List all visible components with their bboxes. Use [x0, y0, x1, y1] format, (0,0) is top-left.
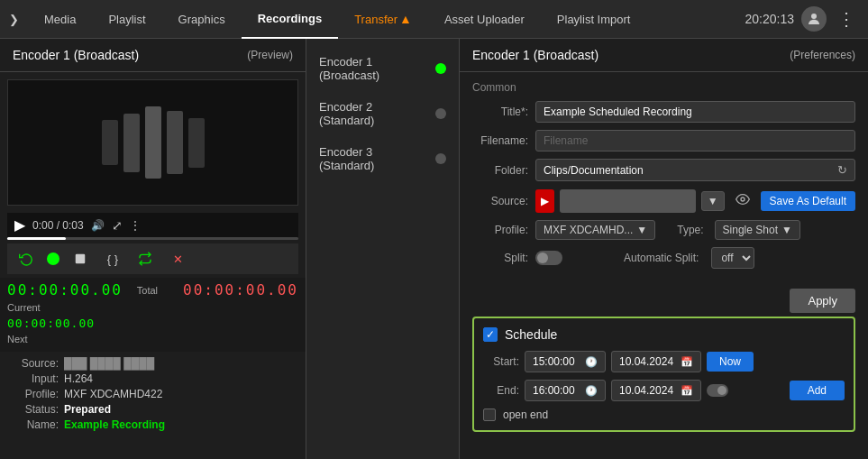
- schedule-start-row: Start: 15:00:00 🕐 10.04.2024 📅 Now: [483, 351, 845, 372]
- loop-button[interactable]: [133, 247, 157, 271]
- filename-label: Filename:: [472, 134, 528, 147]
- start-time-clock-icon[interactable]: 🕐: [585, 356, 598, 368]
- stripe-2: [123, 114, 140, 172]
- schedule-bottom: open end: [483, 409, 845, 421]
- start-date-calendar-icon[interactable]: 📅: [681, 356, 693, 368]
- type-select[interactable]: Single Shot ▼: [715, 220, 800, 240]
- start-date-input[interactable]: 10.04.2024 📅: [611, 351, 701, 372]
- close-button[interactable]: ✕: [166, 247, 189, 271]
- source-dropdown[interactable]: ▼: [701, 191, 725, 211]
- end-toggle[interactable]: [707, 384, 728, 397]
- nav-chevron[interactable]: ❯: [0, 0, 28, 39]
- apply-button[interactable]: Apply: [790, 289, 855, 313]
- split-toggle[interactable]: [535, 251, 562, 265]
- title-label: Title*:: [472, 106, 528, 118]
- source-play-button[interactable]: ▶: [535, 189, 554, 213]
- profile-select[interactable]: MXF XDCAMHD... ▼: [535, 220, 655, 240]
- open-end-label: open end: [503, 409, 548, 421]
- folder-row: Folder: Clips/Documentation ↻: [472, 159, 855, 181]
- filename-input[interactable]: [535, 130, 855, 151]
- stripe-4: [167, 111, 183, 174]
- left-panel-header: Encoder 1 (Broadcast) (Preview): [0, 39, 306, 72]
- add-button[interactable]: Add: [790, 381, 845, 400]
- nav-media[interactable]: Media: [28, 0, 92, 39]
- schedule-title: Schedule: [505, 327, 557, 342]
- folder-input[interactable]: Clips/Documentation ↻: [535, 159, 855, 181]
- svg-rect-1: [76, 254, 86, 264]
- save-default-button[interactable]: Save As Default: [761, 191, 855, 211]
- video-progress-fill: [7, 237, 66, 240]
- schedule-checkbox[interactable]: ✓: [483, 327, 498, 342]
- nav-playlist-import[interactable]: Playlist Import: [541, 0, 647, 39]
- main-content: Encoder 1 (Broadcast) (Preview) ▶ 0:00 /…: [0, 39, 868, 459]
- video-progress-bar[interactable]: [7, 237, 298, 240]
- source-row: Source: ▶ ▼ Save As Default: [472, 188, 855, 213]
- status-val: Prepared: [64, 403, 111, 416]
- end-time-clock-icon[interactable]: 🕐: [585, 385, 598, 397]
- source-val: ███ ████ ████: [64, 357, 154, 370]
- folder-label: Folder:: [472, 164, 528, 177]
- encoder-2-status: [435, 108, 446, 119]
- eye-icon[interactable]: [732, 188, 754, 213]
- auto-split-select[interactable]: off: [711, 247, 754, 269]
- open-end-checkbox[interactable]: [483, 409, 496, 421]
- profile-row: Profile: MXF XDCAMHD... ▼ Type: Single S…: [472, 220, 855, 240]
- profile-key: Profile:: [9, 388, 59, 400]
- record-indicator[interactable]: [47, 252, 59, 265]
- schedule-end-row: End: 16:00:00 🕐 10.04.2024 📅 Add: [483, 380, 845, 401]
- now-button[interactable]: Now: [707, 352, 754, 372]
- end-label: End:: [483, 384, 519, 397]
- nav-recordings[interactable]: Recordings: [242, 0, 339, 39]
- encoder-1-status: [435, 63, 446, 74]
- type-val: Single Shot: [723, 224, 778, 236]
- clock-display: 20:20:13: [745, 12, 795, 26]
- topnav: ❯ Media Playlist Graphics Recordings Tra…: [0, 0, 868, 39]
- right-panel-title: Encoder 1 (Broadcast): [472, 48, 598, 62]
- tc-current-row: 00:00:00.00 Total 00:00:00.00: [7, 281, 298, 298]
- schedule-section: ✓ Schedule Start: 15:00:00 🕐 10.04.2024 …: [472, 317, 855, 432]
- code-button[interactable]: { }: [101, 247, 124, 271]
- source-key: Source:: [9, 357, 59, 370]
- end-date-calendar-icon[interactable]: 📅: [681, 385, 693, 397]
- user-avatar[interactable]: [801, 6, 827, 32]
- filename-row: Filename:: [472, 130, 855, 151]
- fullscreen-button[interactable]: ⤢: [112, 218, 123, 233]
- tc-current-label-row: Current: [7, 302, 298, 313]
- end-date-val: 10.04.2024: [619, 384, 673, 397]
- encoder-item-1[interactable]: Encoder 1 (Broadcast): [306, 46, 459, 91]
- start-time-input[interactable]: 15:00:00 🕐: [525, 351, 606, 372]
- end-date-input[interactable]: 10.04.2024 📅: [611, 380, 701, 401]
- left-panel-subtitle: (Preview): [247, 49, 293, 61]
- encoder-item-2[interactable]: Encoder 2 (Standard): [306, 91, 459, 136]
- folder-val: Clips/Documentation: [544, 164, 644, 177]
- preferences-button[interactable]: (Preferences): [790, 49, 855, 61]
- split-label: Split:: [472, 252, 528, 264]
- nav-transfer[interactable]: Transfer ▲: [338, 0, 428, 39]
- split-row: Split: Automatic Split: off: [472, 247, 855, 269]
- video-more-button[interactable]: ⋮: [130, 219, 141, 232]
- title-row: Title*:: [472, 101, 855, 123]
- type-label: Type:: [677, 224, 703, 236]
- play-button[interactable]: ▶: [14, 216, 25, 234]
- schedule-header: ✓ Schedule: [483, 327, 845, 342]
- encoder-item-3[interactable]: Encoder 3 (Standard): [306, 136, 459, 181]
- start-date-val: 10.04.2024: [619, 355, 673, 368]
- nav-graphics[interactable]: Graphics: [162, 0, 242, 39]
- more-menu-button[interactable]: ⋮: [834, 5, 859, 33]
- end-time-input[interactable]: 16:00:00 🕐: [525, 380, 606, 401]
- profile-label: Profile:: [472, 224, 528, 236]
- common-section-label: Common: [472, 81, 855, 94]
- info-status: Status: Prepared: [9, 403, 297, 416]
- encoder-list: Encoder 1 (Broadcast) Encoder 2 (Standar…: [306, 39, 460, 459]
- open-end-row: open end: [483, 409, 548, 421]
- stripe-5: [188, 118, 205, 168]
- refresh-button[interactable]: [14, 247, 38, 271]
- volume-button[interactable]: 🔊: [91, 219, 105, 232]
- nav-asset-uploader[interactable]: Asset Uploader: [428, 0, 541, 39]
- nav-playlist[interactable]: Playlist: [92, 0, 161, 39]
- folder-refresh-icon[interactable]: ↻: [837, 163, 847, 177]
- encoder-2-name: Encoder 2 (Standard): [319, 100, 426, 127]
- title-input[interactable]: [535, 101, 855, 123]
- info-profile: Profile: MXF XDCAMHD422: [9, 388, 297, 400]
- stop-button[interactable]: [69, 247, 92, 271]
